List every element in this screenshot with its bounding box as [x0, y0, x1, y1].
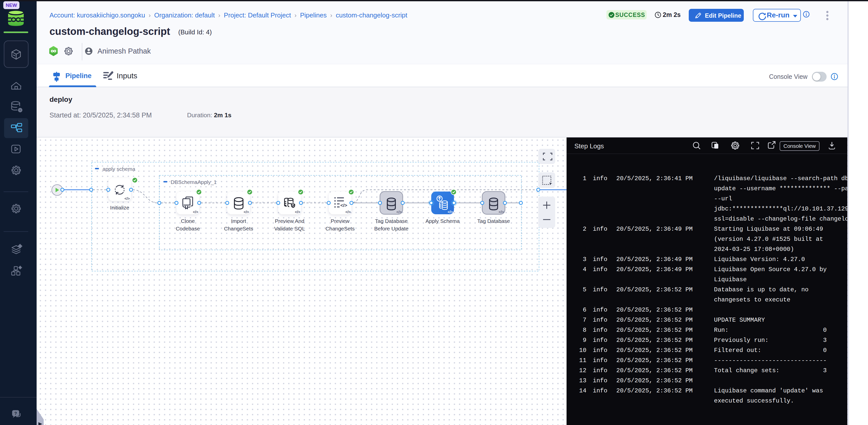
svg-text:DBSchemaApply_1: DBSchemaApply_1 — [171, 179, 217, 185]
svg-text:</>: </> — [244, 210, 249, 214]
svg-text:ChangeSets: ChangeSets — [224, 226, 253, 231]
svg-text:Clone: Clone — [181, 218, 195, 224]
svg-text:</>: </> — [396, 210, 402, 214]
svg-text:</>: </> — [193, 210, 198, 214]
svg-text:?: ? — [14, 411, 17, 416]
svg-text:Before Update: Before Update — [374, 226, 408, 231]
svg-text:Tag Database: Tag Database — [375, 218, 408, 224]
svg-text:Codebase: Codebase — [176, 226, 200, 231]
svg-text:Apply Schema: Apply Schema — [426, 218, 460, 224]
svg-text:</>: </> — [345, 210, 351, 214]
svg-text:Preview: Preview — [331, 218, 350, 224]
svg-text:Tag Database: Tag Database — [477, 218, 510, 224]
svg-text:Initialize: Initialize — [110, 205, 129, 210]
svg-text:</>: </> — [295, 210, 300, 214]
svg-text:apply schema: apply schema — [102, 166, 135, 172]
svg-text:</>: </> — [447, 210, 453, 214]
svg-text:</>: </> — [499, 210, 504, 214]
svg-text:ChangeSets: ChangeSets — [326, 226, 355, 231]
svg-text:</>: </> — [124, 197, 130, 201]
svg-text:Validate SQL: Validate SQL — [274, 226, 305, 231]
svg-text:Preview And: Preview And — [275, 218, 305, 224]
svg-text:Import: Import — [231, 218, 246, 224]
svg-text:</>: </> — [340, 203, 347, 208]
svg-text:Console View: Console View — [783, 143, 816, 149]
